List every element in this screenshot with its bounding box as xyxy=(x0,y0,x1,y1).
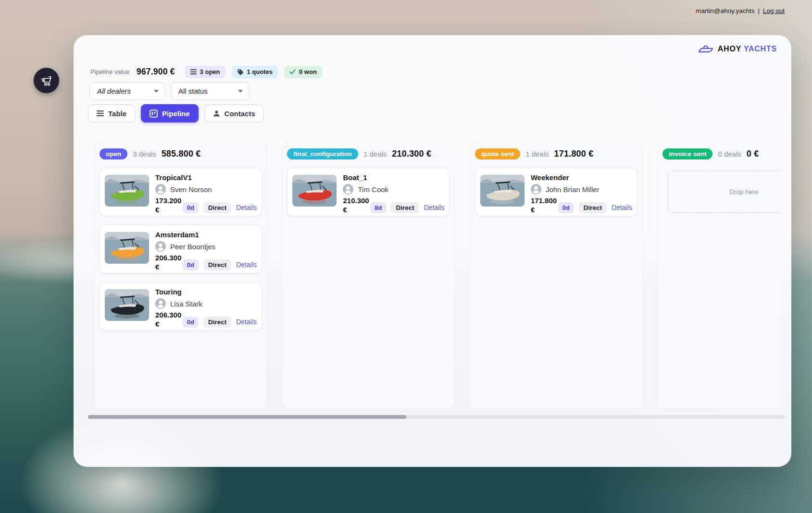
column-total: 0 € xyxy=(747,149,759,159)
boat-image xyxy=(480,175,525,207)
price-row: 173.200 € 0d Direct Details xyxy=(155,196,257,215)
tab-table[interactable]: Table xyxy=(88,104,135,122)
status-filter-select[interactable]: All status xyxy=(171,82,250,100)
channel-badge: Direct xyxy=(203,317,231,328)
details-link[interactable]: Details xyxy=(424,204,445,211)
main-panel: AHOY YACHTS Pipeline value 967.900 € 3 o… xyxy=(74,35,791,467)
deal-card[interactable]: Touring Lisa Stark 206.300 € 0d Direct D… xyxy=(100,282,262,330)
card-body: Amsterdam1 Peer Boontjes 206.300 € 0d Di… xyxy=(155,230,257,268)
pipeline-value-label: Pipeline value xyxy=(90,68,129,75)
deal-title: Weekender xyxy=(531,173,632,182)
chevron-down-icon xyxy=(238,90,243,93)
deal-price: 171.800 € xyxy=(531,196,558,215)
column-header: open 3 deals 585.800 € xyxy=(95,142,267,162)
card-list: TropicalV1 Sven Norson 173.200 € 0d Dire… xyxy=(95,162,267,336)
contact-row: John Brian Miller xyxy=(531,184,632,195)
chevron-down-icon xyxy=(154,90,159,93)
deal-card[interactable]: Boat_1 Tim Cook 210.300 € 8d Direct Deta… xyxy=(287,168,450,216)
age-badge: 0d xyxy=(183,259,199,270)
deal-card[interactable]: Amsterdam1 Peer Boontjes 206.300 € 0d Di… xyxy=(100,225,262,273)
column-header: invoice sent 0 deals 0 € xyxy=(658,142,780,162)
brand-logo: AHOY YACHTS xyxy=(698,44,777,54)
status-filter-value: All status xyxy=(178,87,208,95)
boat-image xyxy=(105,232,149,264)
contact-row: Sven Norson xyxy=(155,184,257,195)
deal-price: 173.200 € xyxy=(155,196,183,215)
pipeline-stats: Pipeline value 967.900 € 3 open 1 quotes… xyxy=(90,65,322,78)
channel-badge: Direct xyxy=(203,202,231,213)
column-total: 171.800 € xyxy=(554,149,594,159)
details-link[interactable]: Details xyxy=(612,204,632,211)
deal-title: Touring xyxy=(155,288,257,296)
dealers-filter-select[interactable]: All dealers xyxy=(89,82,165,100)
avatar xyxy=(155,298,166,309)
quotes-count-badge: 1 quotes xyxy=(232,66,278,78)
price-row: 210.300 € 8d Direct Details xyxy=(343,196,444,215)
contact-name: Tim Cook xyxy=(358,185,388,194)
tab-contacts[interactable]: Contacts xyxy=(204,104,264,122)
account-separator: | xyxy=(758,7,760,14)
contact-row: Tim Cook xyxy=(343,184,444,195)
won-count-badge: 0 won xyxy=(284,66,322,78)
column-total: 585.800 € xyxy=(162,149,201,159)
contact-name: Peer Boontjes xyxy=(170,243,215,251)
contact-name: Lisa Stark xyxy=(170,300,202,308)
price-row: 206.300 € 0d Direct Details xyxy=(155,311,257,329)
person-icon xyxy=(213,110,220,117)
dealers-filter-value: All dealers xyxy=(97,87,131,95)
contact-row: Lisa Stark xyxy=(155,298,257,309)
age-badge: 0d xyxy=(558,202,574,213)
check-icon xyxy=(289,69,296,74)
account-email: martin@ahoy.yachts xyxy=(696,7,754,14)
channel-badge: Direct xyxy=(391,202,419,213)
boat-image xyxy=(292,175,337,207)
cart-button[interactable] xyxy=(34,68,59,93)
kanban-icon xyxy=(150,110,158,118)
channel-badge: Direct xyxy=(579,202,607,213)
horizontal-scrollbar-track[interactable] xyxy=(88,415,785,419)
details-link[interactable]: Details xyxy=(236,318,257,326)
stage-badge: open xyxy=(100,148,127,159)
age-badge: 8d xyxy=(370,202,386,213)
tab-pipeline[interactable]: Pipeline xyxy=(141,104,199,122)
horizontal-scrollbar-thumb[interactable] xyxy=(88,415,406,419)
pipeline-column-open: open 3 deals 585.800 € TropicalV1 xyxy=(94,142,267,409)
view-tabs: Table Pipeline Contacts xyxy=(88,104,264,122)
logout-link[interactable]: Log out xyxy=(763,7,785,14)
card-body: Weekender John Brian Miller 171.800 € 0d… xyxy=(531,173,632,211)
pipeline-column-quote-sent: quote sent 1 deals 171.800 € Weekender xyxy=(470,142,643,409)
kanban-board: open 3 deals 585.800 € TropicalV1 xyxy=(94,142,780,409)
price-row: 171.800 € 0d Direct Details xyxy=(531,196,632,215)
details-link[interactable]: Details xyxy=(236,261,257,269)
stage-badge: final_configuration xyxy=(287,148,358,159)
deals-count: 1 deals xyxy=(525,150,549,158)
deal-title: Amsterdam1 xyxy=(155,231,257,239)
filter-bar: All dealers All status xyxy=(89,82,250,100)
deal-card[interactable]: Weekender John Brian Miller 171.800 € 0d… xyxy=(475,168,637,216)
channel-badge: Direct xyxy=(203,259,231,270)
boat-image xyxy=(105,175,149,207)
list-icon xyxy=(97,110,104,116)
card-list: Boat_1 Tim Cook 210.300 € 8d Direct Deta… xyxy=(282,162,454,221)
deal-price: 210.300 € xyxy=(343,196,370,215)
cart-icon xyxy=(40,74,53,87)
avatar xyxy=(531,184,541,195)
deals-count: 1 deals xyxy=(363,150,387,158)
avatar xyxy=(155,184,166,195)
card-body: Touring Lisa Stark 206.300 € 0d Direct D… xyxy=(155,287,257,325)
deals-count: 0 deals xyxy=(718,150,741,158)
deal-title: TropicalV1 xyxy=(155,173,257,182)
age-badge: 0d xyxy=(183,317,199,328)
list-icon xyxy=(190,69,197,74)
stage-badge: quote sent xyxy=(475,148,520,159)
details-link[interactable]: Details xyxy=(236,204,257,211)
contact-name: Sven Norson xyxy=(170,185,212,194)
drop-zone[interactable]: Drop here xyxy=(668,171,780,213)
avatar xyxy=(343,184,353,195)
column-header: final_configuration 1 deals 210.300 € xyxy=(282,142,454,162)
contact-name: John Brian Miller xyxy=(546,185,600,194)
card-list: Weekender John Brian Miller 171.800 € 0d… xyxy=(470,162,642,221)
deal-card[interactable]: TropicalV1 Sven Norson 173.200 € 0d Dire… xyxy=(100,168,262,216)
tag-icon xyxy=(237,69,244,75)
deal-price: 206.300 € xyxy=(155,311,183,329)
